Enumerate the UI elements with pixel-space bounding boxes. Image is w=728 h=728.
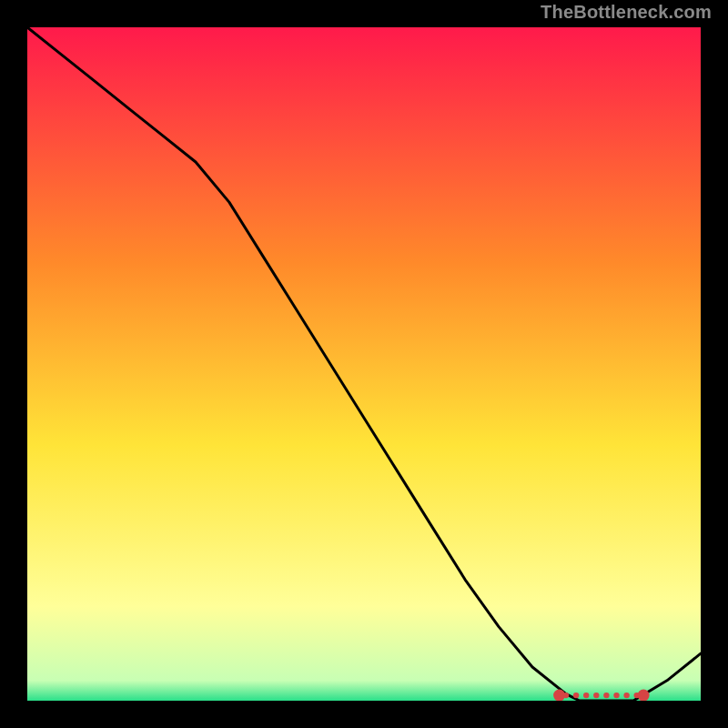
chart-svg	[27, 27, 701, 701]
chart-frame: TheBottleneck.com	[0, 0, 728, 728]
marker-optimal-range-points	[613, 693, 619, 698]
marker-optimal-range-points	[583, 693, 589, 698]
marker-optimal-range-points	[603, 693, 609, 698]
marker-optimal-range-points	[593, 693, 599, 698]
gradient-background	[27, 27, 701, 701]
marker-optimal-range-endpoint-left	[553, 690, 565, 701]
marker-optimal-range-points	[573, 693, 579, 698]
marker-optimal-range-endpoint-right	[638, 690, 650, 701]
marker-optimal-range-points	[623, 693, 629, 698]
watermark-text: TheBottleneck.com	[541, 2, 712, 23]
plot-area	[27, 27, 701, 701]
